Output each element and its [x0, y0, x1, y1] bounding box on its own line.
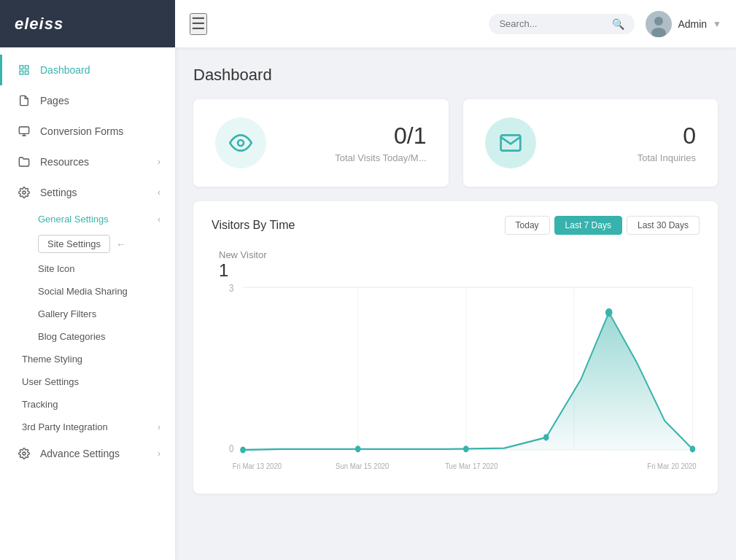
sidebar-item-resources[interactable]: Resources › [0, 147, 175, 177]
pages-icon [17, 93, 31, 108]
topbar-right: 🔍 Admin ▼ [489, 11, 721, 37]
chevron-down-icon: ▼ [713, 19, 721, 29]
user-settings-item[interactable]: User Settings [0, 370, 175, 393]
sidebar-item-resources-label: Resources [40, 156, 158, 168]
gallery-filters-item[interactable]: Gallery Filters [0, 303, 175, 325]
chart-area: New Visitor 1 3 0 [212, 246, 700, 479]
time-filters: Today Last 7 Days Last 30 Days [505, 216, 700, 235]
user-name: Admin [678, 18, 707, 30]
blog-categories-label: Blog Categories [38, 331, 106, 342]
dashboard-icon [17, 63, 31, 77]
svg-text:Tue Mar 17 2020: Tue Mar 17 2020 [445, 461, 497, 470]
settings-icon [17, 185, 31, 200]
visits-card: 0/1 Total Visits Today/M... [193, 99, 449, 187]
svg-point-22 [543, 434, 549, 440]
search-input[interactable] [499, 18, 606, 29]
sidebar-item-dashboard-label: Dashboard [40, 64, 160, 76]
brand-logo: eleiss [15, 15, 63, 34]
visits-label: Total Visits Today/M... [281, 152, 427, 163]
search-bar: 🔍 [489, 14, 635, 34]
visits-value: 0/1 [281, 122, 427, 149]
svg-point-10 [238, 140, 244, 146]
filter-today-button[interactable]: Today [505, 216, 550, 235]
general-settings-arrow: ‹ [158, 214, 160, 225]
svg-point-21 [463, 446, 469, 452]
user-settings-label: User Settings [22, 376, 79, 387]
sidebar-item-advance-settings-label: Advance Settings [40, 448, 158, 459]
sidebar-item-pages-label: Pages [40, 95, 160, 106]
theme-styling-item[interactable]: Theme Styling [0, 348, 175, 370]
third-party-item[interactable]: 3rd Party Integration › [0, 416, 175, 438]
svg-rect-1 [25, 66, 28, 69]
chart-card: Visitors By Time Today Last 7 Days Last … [193, 201, 718, 494]
svg-rect-3 [25, 71, 28, 74]
third-party-label: 3rd Party Integration [22, 421, 108, 432]
advance-settings-arrow-icon: › [158, 448, 160, 459]
gallery-filters-label: Gallery Filters [38, 308, 96, 319]
site-icon-label: Site Icon [38, 263, 75, 274]
svg-text:Fri Mar 13 2020: Fri Mar 13 2020 [233, 461, 282, 470]
tracking-item[interactable]: Tracking [0, 393, 175, 416]
sidebar-item-conversion-forms[interactable]: Conversion Forms [0, 116, 175, 147]
advance-settings-icon [17, 446, 31, 461]
search-icon: 🔍 [612, 18, 624, 30]
back-arrow-icon: ← [116, 238, 126, 250]
svg-text:Fri Mar 20 2020: Fri Mar 20 2020 [647, 461, 696, 470]
new-visitor-value: 1 [219, 260, 267, 281]
sidebar: eleiss Dashboard Pages [0, 0, 175, 560]
svg-point-5 [23, 191, 26, 194]
sidebar-header: eleiss [0, 0, 175, 47]
new-visitor-label: New Visitor [219, 249, 267, 260]
filter-last30-button[interactable]: Last 30 Days [627, 216, 700, 235]
svg-point-19 [240, 446, 246, 453]
inquiries-value: 0 [551, 122, 697, 149]
site-settings-button[interactable]: Site Settings [38, 235, 110, 253]
main-content: Dashboard 0/1 Total Visits Today/M... [175, 47, 736, 560]
chart-header: Visitors By Time Today Last 7 Days Last … [212, 216, 700, 235]
blog-categories-item[interactable]: Blog Categories [0, 325, 175, 348]
hamburger-menu-button[interactable]: ☰ [190, 13, 207, 35]
svg-point-6 [23, 452, 26, 455]
site-settings-item[interactable]: Site Settings ← [0, 230, 175, 257]
resources-arrow-icon: › [158, 157, 160, 167]
general-settings-label: General Settings [38, 214, 109, 225]
sidebar-item-settings-label: Settings [40, 187, 158, 198]
third-party-arrow-icon: › [158, 422, 160, 432]
settings-arrow-icon: ‹ [158, 187, 160, 198]
general-settings-item[interactable]: General Settings ‹ [0, 208, 175, 230]
settings-submenu: General Settings ‹ Site Settings ← Site … [0, 208, 175, 438]
chart-title: Visitors By Time [212, 219, 295, 232]
sidebar-item-dashboard[interactable]: Dashboard [0, 55, 175, 85]
sidebar-item-settings[interactable]: Settings ‹ [0, 177, 175, 208]
topbar: ☰ 🔍 Admin ▼ [175, 0, 736, 47]
social-media-sharing-label: Social Media Sharing [38, 286, 128, 297]
inquiries-card: 0 Total Inquiries [463, 99, 718, 187]
tracking-label: Tracking [22, 399, 58, 410]
page-title: Dashboard [193, 66, 718, 85]
user-area[interactable]: Admin ▼ [646, 11, 721, 37]
svg-rect-0 [20, 66, 23, 69]
social-media-sharing-item[interactable]: Social Media Sharing [0, 280, 175, 303]
stats-row: 0/1 Total Visits Today/M... 0 Total Inqu… [193, 99, 718, 187]
sidebar-item-advance-settings[interactable]: Advance Settings › [0, 438, 175, 469]
sidebar-item-conversion-forms-label: Conversion Forms [40, 125, 160, 137]
svg-text:3: 3 [229, 283, 233, 294]
resources-icon [17, 155, 31, 169]
site-icon-item[interactable]: Site Icon [0, 257, 175, 280]
visitor-info: New Visitor 1 [219, 249, 267, 281]
chart-svg: 3 0 [212, 246, 700, 479]
visits-icon-circle [215, 117, 266, 168]
svg-rect-2 [20, 71, 23, 74]
sidebar-item-pages[interactable]: Pages [0, 85, 175, 116]
svg-point-23 [605, 308, 613, 316]
theme-styling-label: Theme Styling [22, 354, 82, 365]
visits-info: 0/1 Total Visits Today/M... [281, 122, 427, 163]
forms-icon [17, 124, 31, 139]
avatar [646, 11, 672, 37]
sidebar-nav: Dashboard Pages Conversion Forms [0, 47, 175, 476]
svg-text:Sun Mar 15 2020: Sun Mar 15 2020 [336, 461, 389, 470]
svg-point-8 [654, 17, 663, 26]
filter-last7-button[interactable]: Last 7 Days [554, 216, 622, 235]
svg-text:0: 0 [229, 443, 233, 454]
inquiries-info: 0 Total Inquiries [551, 122, 697, 163]
